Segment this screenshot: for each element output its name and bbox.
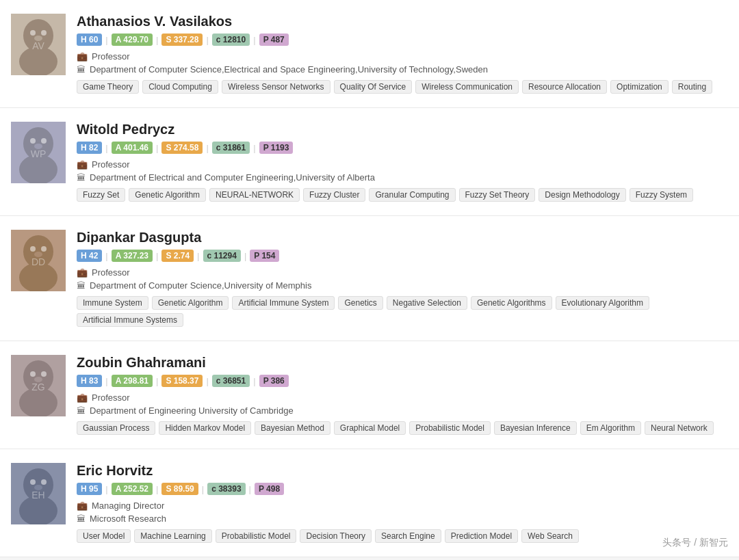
stat-divider: |: [202, 484, 204, 494]
tags-row: Fuzzy SetGenetic AlgorithmNEURAL-NETWORK…: [77, 188, 728, 202]
svg-text:AV: AV: [32, 40, 44, 51]
profile-name[interactable]: Eric Horvitz: [77, 463, 728, 479]
tag[interactable]: Game Theory: [77, 80, 139, 94]
dept-text: Department of Computer Science,Universit…: [90, 280, 311, 291]
stat-p-badge: P 386: [259, 375, 289, 387]
building-icon: 🏛: [77, 514, 86, 524]
tag[interactable]: Neural Network: [645, 421, 714, 435]
tag[interactable]: Design Methodology: [539, 188, 625, 202]
tag[interactable]: Resource Allocation: [522, 80, 607, 94]
tags-row: User ModelMachine LearningProbabilistic …: [77, 529, 728, 543]
profile-info: Dipankar DasguptaH 42|A 327.23|S 2.74|c …: [77, 230, 728, 327]
profile-info: Eric HorvitzH 95|A 252.52|S 89.59|c 3839…: [77, 463, 728, 543]
briefcase-icon: 💼: [77, 392, 88, 403]
tags-row: Gaussian ProcessHidden Markov ModelBayes…: [77, 421, 728, 435]
building-icon: 🏛: [77, 172, 86, 183]
tag[interactable]: Genetic Algorithm: [152, 296, 229, 310]
tag[interactable]: Em Algorithm: [580, 421, 641, 435]
tags-row: Game TheoryCloud ComputingWireless Senso…: [77, 80, 728, 94]
tag[interactable]: Genetics: [338, 296, 383, 310]
profile-info: Zoubin GhahramaniH 83|A 298.81|S 158.37|…: [77, 355, 728, 435]
stats-row: H 83|A 298.81|S 158.37|c 36851|P 386: [77, 375, 728, 387]
svg-text:WP: WP: [31, 148, 47, 159]
tag[interactable]: Wireless Communication: [415, 80, 519, 94]
tag[interactable]: Cloud Computing: [142, 80, 218, 94]
tag[interactable]: Genetic Algorithms: [471, 296, 552, 310]
avatar: ZG: [11, 355, 66, 416]
stat-p-badge: P 154: [250, 250, 279, 262]
tag[interactable]: Wireless Sensor Networks: [222, 80, 330, 94]
role-text: Professor: [92, 267, 130, 278]
stat-s-badge: S 274.58: [161, 142, 203, 154]
stat-divider: |: [156, 143, 158, 153]
profile-name[interactable]: Zoubin Ghahramani: [77, 355, 728, 371]
tag[interactable]: Probabilistic Model: [409, 421, 491, 435]
stat-divider: |: [105, 143, 107, 153]
tag[interactable]: Decision Theory: [300, 529, 371, 543]
tag[interactable]: Quality Of Service: [334, 80, 413, 94]
tag[interactable]: Negative Selection: [387, 296, 467, 310]
profile-card: ZG Zoubin GhahramaniH 83|A 298.81|S 158.…: [0, 341, 739, 449]
tag[interactable]: Probabilistic Model: [216, 529, 297, 543]
stat-s-badge: S 2.74: [161, 250, 194, 262]
tag[interactable]: Artificial Immune System: [232, 296, 335, 310]
tag[interactable]: Granular Computing: [369, 188, 455, 202]
stat-divider: |: [105, 376, 107, 386]
dept-row: 🏛Department of Computer Science,Universi…: [77, 280, 728, 291]
dept-row: 🏛Department of Engineering University of…: [77, 405, 728, 416]
svg-point-31: [30, 479, 36, 485]
svg-point-25: [41, 371, 47, 377]
tag[interactable]: Fuzzy Set Theory: [459, 188, 536, 202]
profile-name[interactable]: Athanasios V. Vasilakos: [77, 14, 728, 29]
role-row: 💼Professor: [77, 267, 728, 278]
stats-row: H 60|A 429.70|S 337.28|c 12810|P 487: [77, 34, 728, 46]
tag[interactable]: Bayesian Method: [255, 421, 330, 435]
tag[interactable]: Search Engine: [375, 529, 441, 543]
stats-row: H 42|A 327.23|S 2.74|c 11294|P 154: [77, 250, 728, 262]
tag[interactable]: Prediction Model: [445, 529, 518, 543]
stats-row: H 82|A 401.46|S 274.58|c 31861|P 1193: [77, 142, 728, 154]
stat-c-badge: c 31861: [212, 142, 250, 154]
tag[interactable]: Artificial Immune Systems: [77, 313, 183, 327]
tag[interactable]: Immune System: [77, 296, 148, 310]
tag[interactable]: Optimization: [610, 80, 669, 94]
tag[interactable]: Fuzzy Cluster: [303, 188, 365, 202]
dept-text: Department of Engineering University of …: [90, 405, 294, 416]
stat-a-badge: A 298.81: [112, 375, 153, 387]
tag[interactable]: Hidden Markov Model: [159, 421, 251, 435]
profile-card: WP Witold PedryczH 82|A 401.46|S 274.58|…: [0, 108, 739, 216]
role-text: Professor: [92, 51, 130, 62]
briefcase-icon: 💼: [77, 267, 88, 278]
profile-name[interactable]: Witold Pedrycz: [77, 122, 728, 137]
stat-c-badge: c 12810: [212, 34, 250, 46]
stat-c-badge: c 36851: [212, 375, 250, 387]
svg-point-18: [41, 246, 47, 252]
svg-text:ZG: ZG: [31, 382, 44, 392]
tag[interactable]: Fuzzy System: [630, 188, 693, 202]
tag[interactable]: Genetic Algorithm: [129, 188, 206, 202]
role-text: Professor: [92, 159, 130, 170]
tag[interactable]: User Model: [77, 529, 131, 543]
stat-p-badge: P 487: [259, 34, 289, 46]
stat-divider: |: [206, 376, 208, 386]
profile-list: AV Athanasios V. VasilakosH 60|A 429.70|…: [0, 0, 739, 557]
role-text: Managing Director: [92, 501, 164, 511]
stat-h-badge: H 95: [77, 483, 102, 495]
role-text: Professor: [92, 392, 130, 403]
tag[interactable]: Web Search: [521, 529, 579, 543]
role-row: 💼Professor: [77, 392, 728, 403]
tag[interactable]: Machine Learning: [134, 529, 211, 543]
tag[interactable]: Gaussian Process: [77, 421, 155, 435]
svg-point-3: [30, 30, 36, 36]
tag[interactable]: NEURAL-NETWORK: [209, 188, 300, 202]
stat-divider: |: [105, 484, 107, 494]
tag[interactable]: Bayesian Inference: [494, 421, 577, 435]
profile-name[interactable]: Dipankar Dasgupta: [77, 230, 728, 245]
stat-a-badge: A 327.23: [112, 250, 153, 262]
dept-row: 🏛Department of Electrical and Computer E…: [77, 172, 728, 183]
tag[interactable]: Fuzzy Set: [77, 188, 125, 202]
stat-divider: |: [206, 35, 208, 45]
tag[interactable]: Evolutionary Algorithm: [556, 296, 649, 310]
tag[interactable]: Graphical Model: [334, 421, 406, 435]
tag[interactable]: Routing: [672, 80, 712, 94]
